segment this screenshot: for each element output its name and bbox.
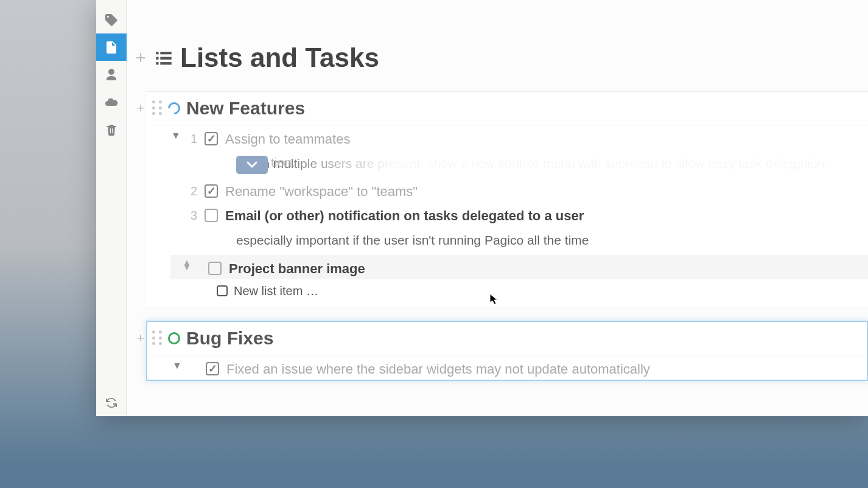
list-header: + New Features — [146, 92, 868, 125]
svg-rect-5 — [160, 62, 171, 64]
svg-rect-3 — [160, 57, 171, 60]
chevron-down-icon — [245, 161, 259, 169]
sort-handle-icon[interactable]: ▲▼ — [181, 260, 192, 270]
task-number: 3 — [185, 207, 197, 223]
svg-rect-4 — [156, 62, 158, 64]
list-title[interactable]: New Features — [186, 98, 305, 119]
cloud-icon — [104, 95, 119, 110]
tag-icon — [104, 13, 119, 27]
task-text[interactable]: Rename "workspace" to "teams" — [225, 183, 418, 200]
task-checkbox[interactable] — [205, 132, 218, 145]
add-task-button[interactable]: + — [134, 100, 147, 116]
sidebar-item-trash[interactable] — [96, 116, 127, 143]
app-window: + Lists and Tasks + New Features ▼ 1 Ass — [96, 0, 868, 416]
task-text[interactable]: Project banner image — [229, 260, 365, 277]
sidebar-item-sync[interactable] — [96, 389, 127, 416]
main-content: + Lists and Tasks + New Features ▼ 1 Ass — [127, 0, 868, 416]
collapse-toggle-icon[interactable]: ▼ — [172, 360, 183, 371]
task-description[interactable]: especially important if the user isn't r… — [170, 226, 868, 254]
tasks-container: ▼ Fixed an issue where the sidebar widge… — [147, 355, 867, 380]
checkbox-outline-icon — [217, 285, 228, 296]
document-icon — [104, 40, 119, 55]
refresh-icon — [104, 396, 119, 410]
drag-handle-icon[interactable] — [152, 330, 163, 346]
tasks-container: ▼ 1 Assign to teammates When multiple us… — [146, 125, 868, 307]
trash-icon — [104, 122, 119, 137]
page-title: Lists and Tasks — [180, 43, 379, 73]
task-checkbox[interactable] — [206, 362, 219, 375]
sidebar-item-tags[interactable] — [96, 6, 127, 33]
list-header: + Bug Fixes — [147, 322, 867, 355]
task-checkbox[interactable] — [205, 209, 218, 222]
status-circle-icon[interactable] — [166, 100, 183, 117]
svg-rect-0 — [156, 52, 158, 54]
task-checkbox[interactable] — [205, 184, 218, 198]
svg-rect-1 — [160, 52, 171, 54]
person-icon — [104, 68, 119, 82]
add-section-button[interactable]: + — [131, 47, 150, 68]
sidebar-item-documents[interactable] — [96, 33, 127, 61]
task-description[interactable]: When multiple users are present, show a … — [170, 150, 868, 178]
new-list-item-input[interactable]: New list item … — [170, 279, 868, 307]
task-number: 1 — [185, 130, 197, 146]
new-item-placeholder: New list item … — [234, 284, 318, 298]
list-icon — [153, 47, 174, 68]
collapse-toggle-icon[interactable]: ▼ — [170, 130, 181, 141]
task-text[interactable]: Email (or other) notification on tasks d… — [225, 207, 584, 224]
expand-description-button[interactable] — [236, 156, 268, 174]
drag-handle-icon[interactable] — [152, 100, 163, 116]
task-row[interactable]: ▼ Fixed an issue where the sidebar widge… — [172, 355, 867, 380]
task-checkbox[interactable] — [208, 262, 222, 275]
task-row[interactable]: ▼ 1 Assign to teammates — [170, 125, 868, 150]
task-row[interactable]: 3 Email (or other) notification on tasks… — [170, 202, 868, 226]
fade-overlay: tion. — [271, 155, 868, 175]
task-number: 2 — [185, 183, 197, 198]
status-circle-icon[interactable] — [168, 332, 180, 344]
sidebar — [96, 0, 127, 416]
task-text[interactable]: Assign to teammates — [225, 130, 350, 147]
svg-rect-2 — [156, 57, 158, 60]
sidebar-item-cloud[interactable] — [96, 88, 127, 116]
truncated-tail: tion. — [271, 153, 295, 172]
list-title[interactable]: Bug Fixes — [186, 328, 273, 349]
task-text[interactable]: Fixed an issue where the sidebar widgets… — [226, 360, 650, 377]
page-title-row: + Lists and Tasks — [127, 37, 868, 73]
sidebar-item-contacts[interactable] — [96, 61, 127, 88]
task-row[interactable]: 2 Rename "workspace" to "teams" — [170, 178, 868, 202]
list-section-bug-fixes: + Bug Fixes ▼ Fixed an issue where the s… — [146, 321, 868, 381]
task-row[interactable]: ▲▼ Project banner image — [170, 255, 868, 279]
list-section-new-features: + New Features ▼ 1 Assign to teammates W… — [146, 91, 868, 307]
add-task-button[interactable]: + — [134, 330, 147, 346]
